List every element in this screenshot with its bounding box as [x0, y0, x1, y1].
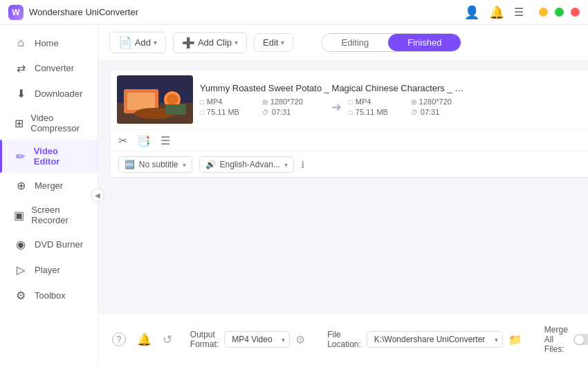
- add-icon: 📄: [118, 36, 132, 49]
- merge-all-label: Merge All Files:: [544, 325, 568, 354]
- res-icon: ⊞: [262, 98, 268, 106]
- compressor-icon: ⊞: [14, 117, 24, 130]
- content-area: 📄 Add ▾ ➕ Add Clip ▾ Edit ▾ Editing Fini…: [98, 25, 588, 365]
- file-card: Yummy Roasted Sweet Potato _ Magical Chi…: [109, 69, 588, 178]
- merge-toggle[interactable]: [573, 334, 588, 345]
- audio-label: English-Advan...: [220, 160, 280, 169]
- bottom-icons: ? 🔔 ↺: [112, 333, 172, 347]
- source-size: 75.11 MB: [207, 108, 239, 116]
- source-meta2: ⊞ 1280*720 ⏱ 07:31: [262, 97, 324, 116]
- source-format: MP4: [207, 97, 223, 106]
- size-icon: □: [200, 109, 204, 116]
- audio-select[interactable]: 🔊 English-Advan... ▾: [199, 156, 294, 173]
- title-bar-right: 👤 🔔 ☰: [464, 5, 580, 20]
- sidebar-item-converter[interactable]: ⇄ Converter: [0, 55, 98, 81]
- subtitle-icon: 🔤: [125, 160, 135, 169]
- sidebar-item-player[interactable]: ▷ Player: [0, 257, 98, 283]
- output-meta2: ⊞ 1280*720 ⏱ 07:31: [411, 97, 473, 116]
- add-clip-icon: ➕: [182, 37, 195, 49]
- dur-icon: ⏱: [262, 109, 269, 116]
- svg-rect-3: [127, 93, 155, 110]
- downloader-icon: ⬇: [14, 87, 28, 100]
- help-icon[interactable]: ?: [112, 333, 126, 346]
- output-res-item: ⊞ 1280*720: [411, 97, 473, 106]
- edit-dropdown[interactable]: Edit ▾: [254, 33, 293, 52]
- toolbox-icon: ⚙: [14, 289, 28, 302]
- out-size-icon: □: [349, 109, 353, 116]
- sidebar-item-home[interactable]: ⌂ Home: [0, 30, 98, 55]
- format-icon: □: [200, 98, 204, 106]
- sidebar-label-dvd-burner: DVD Burner: [35, 239, 83, 250]
- source-duration: 07:31: [272, 108, 291, 116]
- cut-icon[interactable]: ✂: [118, 134, 127, 147]
- file-location-select[interactable]: K:\Wondershare UniConverter: [367, 331, 503, 348]
- sidebar-label-home: Home: [35, 38, 59, 48]
- sidebar-item-downloader[interactable]: ⬇ Downloader: [0, 81, 98, 106]
- file-thumbnail: [117, 75, 193, 124]
- toggle-track[interactable]: [573, 334, 588, 345]
- merge-all-field: Merge All Files:: [544, 325, 588, 354]
- menu-icon[interactable]: ☰: [514, 6, 524, 19]
- sidebar: ⌂ Home ⇄ Converter ⬇ Downloader ⊞ Video …: [0, 25, 98, 365]
- output-dur-item: ⏱ 07:31: [411, 108, 473, 116]
- file-location-select-wrap[interactable]: K:\Wondershare UniConverter: [367, 331, 503, 348]
- merger-icon: ⊕: [14, 179, 28, 192]
- tab-group: Editing Finished: [321, 33, 461, 52]
- sidebar-collapse-button[interactable]: ◀: [91, 188, 104, 202]
- edit-icons-row: ✂ 📑 ☰: [110, 129, 588, 151]
- sidebar-label-downloader: Downloader: [35, 88, 82, 99]
- alert-icon[interactable]: 🔔: [137, 333, 151, 347]
- subtitle-audio-row: 🔤 No subtitle ▾ 🔊 English-Advan... ▾ ℹ ⚙…: [110, 151, 588, 177]
- subtitle-select[interactable]: 🔤 No subtitle ▾: [118, 156, 192, 173]
- subtitle-chevron-icon: ▾: [183, 161, 186, 169]
- sidebar-item-dvd-burner[interactable]: ◉ DVD Burner: [0, 232, 98, 257]
- main-layout: ⌂ Home ⇄ Converter ⬇ Downloader ⊞ Video …: [0, 25, 588, 365]
- output-format-label: Output Format:: [190, 330, 219, 349]
- arrow-area: ➜: [324, 100, 349, 115]
- edit-label: Edit: [263, 37, 278, 48]
- sidebar-item-video-compressor[interactable]: ⊞ Video Compressor: [0, 106, 98, 140]
- convert-arrow-icon: ➜: [331, 100, 342, 115]
- folder-icon[interactable]: 📁: [508, 333, 522, 346]
- add-button[interactable]: 📄 Add ▾: [109, 32, 166, 53]
- maximize-button[interactable]: [555, 8, 564, 17]
- file-row: Yummy Roasted Sweet Potato _ Magical Chi…: [110, 70, 588, 129]
- source-resolution: 1280*720: [270, 97, 303, 106]
- list-icon[interactable]: ☰: [160, 134, 170, 147]
- sidebar-item-screen-recorder[interactable]: ▣ Screen Recorder: [0, 198, 98, 232]
- active-indicator: [0, 140, 2, 173]
- out-dur-icon: ⏱: [411, 109, 418, 116]
- sidebar-item-toolbox[interactable]: ⚙ Toolbox: [0, 283, 98, 308]
- output-settings-icon[interactable]: ⚙: [295, 333, 305, 346]
- user-icon[interactable]: 👤: [464, 5, 479, 20]
- svg-point-5: [167, 94, 178, 105]
- app-icon: W: [8, 5, 24, 20]
- editor-icon: ✏: [14, 150, 27, 163]
- file-meta: □ MP4 □ 75.11 MB ⊞: [200, 97, 587, 116]
- output-meta: □ MP4 □ 75.11 MB: [349, 97, 411, 116]
- edit-chevron-icon: ▾: [281, 39, 284, 46]
- close-button[interactable]: [571, 8, 580, 17]
- sidebar-item-merger[interactable]: ⊕ Merger: [0, 173, 98, 198]
- tab-editing[interactable]: Editing: [322, 34, 388, 51]
- file-location-label: File Location:: [327, 330, 361, 349]
- history-icon[interactable]: ↺: [163, 333, 172, 347]
- bottom-bar: ? 🔔 ↺ Output Format: MP4 Video ⚙ File Lo…: [98, 313, 588, 365]
- info-icon[interactable]: ℹ: [301, 159, 304, 170]
- home-icon: ⌂: [14, 37, 28, 49]
- sidebar-label-video-compressor: Video Compressor: [30, 113, 84, 133]
- source-meta: □ MP4 □ 75.11 MB: [200, 97, 262, 116]
- subtitle-label: No subtitle: [139, 160, 178, 169]
- minimize-button[interactable]: [539, 8, 548, 17]
- add-clip-button[interactable]: ➕ Add Clip ▾: [173, 32, 247, 53]
- sidebar-label-toolbox: Toolbox: [35, 290, 66, 301]
- bookmark-icon[interactable]: 📑: [137, 134, 151, 147]
- output-format-select-wrap[interactable]: MP4 Video: [224, 331, 290, 348]
- converter-icon: ⇄: [14, 62, 28, 75]
- window-controls: [539, 8, 580, 17]
- output-format-select[interactable]: MP4 Video: [224, 331, 290, 348]
- sidebar-item-video-editor[interactable]: ✏ Video Editor: [0, 140, 98, 173]
- thumb-inner: [117, 75, 193, 124]
- tab-finished[interactable]: Finished: [388, 34, 461, 51]
- notification-icon[interactable]: 🔔: [489, 5, 504, 20]
